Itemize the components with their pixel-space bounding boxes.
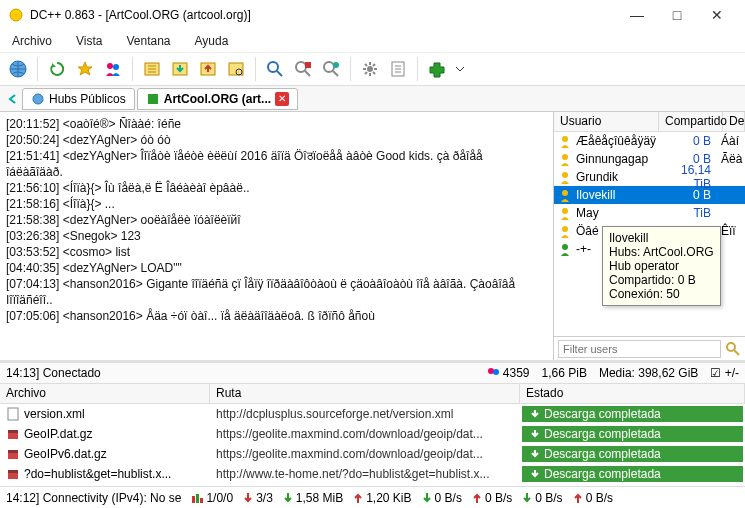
down-arrow-icon xyxy=(530,429,540,439)
col-usuario[interactable]: Usuario xyxy=(554,112,659,131)
status-checkbox[interactable]: ☑ +/- xyxy=(710,366,739,380)
down-icon xyxy=(422,492,432,504)
col-de[interactable]: De xyxy=(723,112,745,131)
svg-point-21 xyxy=(562,190,568,196)
menu-ventana[interactable]: Ventana xyxy=(126,34,170,48)
minimize-button[interactable]: — xyxy=(617,7,657,23)
chat-line: [07:04:13] <hanson2016> Gigante îîïäéñä … xyxy=(6,276,547,292)
close-tab-icon[interactable]: ✕ xyxy=(275,92,289,106)
down-arrow-icon xyxy=(530,449,540,459)
app-icon xyxy=(8,7,24,23)
menu-archivo[interactable]: Archivo xyxy=(12,34,52,48)
adl-search-icon[interactable] xyxy=(224,57,248,81)
col-ruta[interactable]: Ruta xyxy=(210,384,520,403)
status-hubsize: 1,66 PiB xyxy=(542,366,587,380)
window-title: DC++ 0.863 - [ArtCool.ORG (artcool.org)] xyxy=(30,8,617,22)
tab-nav-left-icon[interactable] xyxy=(6,92,20,106)
chat-line: [20:11:52] <оаòîé®> Ñîààé: îéñе xyxy=(6,116,547,132)
up-icon xyxy=(472,492,482,504)
status-users: 4359 xyxy=(486,366,530,380)
user-row[interactable]: Grundik 16,14 TiB xyxy=(554,168,745,186)
dl-speed-status: 0 B/s xyxy=(422,491,462,505)
finished-ul-icon[interactable] xyxy=(196,57,220,81)
tab-bar: Hubs Públicos ArtCool.ORG (art... ✕ xyxy=(0,86,745,112)
search-icon[interactable] xyxy=(263,57,287,81)
dl-slots-status: 3/3 xyxy=(243,491,273,505)
transfers-panel: Archivo Ruta Estado version.xml http://d… xyxy=(0,384,745,486)
status-media: Media: 398,62 GiB xyxy=(599,366,698,380)
col-archivo[interactable]: Archivo xyxy=(0,384,210,403)
tab-label: ArtCool.ORG (art... xyxy=(164,92,271,106)
notepad-icon[interactable] xyxy=(386,57,410,81)
queue-icon[interactable] xyxy=(140,57,164,81)
transfer-row[interactable]: GeoIP.dat.gz https://geolite.maxmind.com… xyxy=(0,424,745,444)
tab-artcool[interactable]: ArtCool.ORG (art... ✕ xyxy=(137,88,298,110)
download-complete-badge: Descarga completada xyxy=(522,426,743,442)
tooltip-line: Ilovekill xyxy=(609,231,714,245)
tab-hubs-publicos[interactable]: Hubs Públicos xyxy=(22,88,135,110)
close-button[interactable]: ✕ xyxy=(697,7,737,23)
globe-icon xyxy=(31,92,45,106)
user-tooltip: Ilovekill Hubs: ArtCool.ORG Hub operator… xyxy=(602,226,721,306)
spy-icon[interactable] xyxy=(319,57,343,81)
hub-icon xyxy=(146,92,160,106)
menu-ayuda[interactable]: Ayuda xyxy=(195,34,229,48)
transfers-header: Archivo Ruta Estado xyxy=(0,384,745,404)
user-list[interactable]: Æåêåçîûêåÿäÿ 0 B Áàí Ginnungagap 0 B Ãëà… xyxy=(554,132,745,336)
settings-icon[interactable] xyxy=(358,57,382,81)
svg-rect-32 xyxy=(8,450,18,453)
down-arrow-icon xyxy=(530,469,540,479)
svg-rect-17 xyxy=(148,94,158,104)
chat-line: îáëàãîäàð. xyxy=(6,164,547,180)
user-row[interactable]: May TiB xyxy=(554,204,745,222)
svg-point-0 xyxy=(10,9,22,21)
chat-line: [21:56:10] <Íîïà}{> Îù îåёà,ё Ё Îâéàèàî … xyxy=(6,180,547,196)
chat-line: [03:26:38] <Snegok> 123 xyxy=(6,228,547,244)
search-icon[interactable] xyxy=(725,341,741,357)
chevron-down-icon[interactable] xyxy=(453,57,467,81)
chat-line: [21:58:38] <dezYAgNer> ооёàîåёè ïóàîёèïй… xyxy=(6,212,547,228)
svg-point-14 xyxy=(367,66,373,72)
archive-icon xyxy=(6,447,20,461)
finished-dl-icon[interactable] xyxy=(168,57,192,81)
chat-log[interactable]: [20:11:52] <оаòîé®> Ñîààé: îéñе [20:50:2… xyxy=(0,112,553,360)
user-row[interactable]: Æåêåçîûêåÿäÿ 0 B Áàí xyxy=(554,132,745,150)
svg-point-26 xyxy=(488,368,494,374)
menu-vista[interactable]: Vista xyxy=(76,34,102,48)
svg-point-22 xyxy=(562,208,568,214)
ul-speed-status: 0 B/s xyxy=(472,491,512,505)
chat-line: [04:40:35] <dezYAgNer> LOAD"" xyxy=(6,260,547,276)
download-complete-badge: Descarga completada xyxy=(522,406,743,422)
user-op-icon xyxy=(558,134,572,148)
maximize-button[interactable]: □ xyxy=(657,7,697,23)
transfer-row[interactable]: ?do=hublist&get=hublist.x... http://www.… xyxy=(0,464,745,484)
col-estado[interactable]: Estado xyxy=(520,384,745,403)
users-icon[interactable] xyxy=(101,57,125,81)
hub-status-bar: 14:13] Conectado 4359 1,66 PiB Media: 39… xyxy=(0,362,745,384)
toolbar xyxy=(0,52,745,86)
transfer-row[interactable]: GeoIPv6.dat.gz https://geolite.maxmind.c… xyxy=(0,444,745,464)
globe-icon[interactable] xyxy=(6,57,30,81)
chat-line: [03:53:52] <cosmo> list xyxy=(6,244,547,260)
up-icon xyxy=(573,492,583,504)
transfer-row[interactable]: version.xml http://dcplusplus.sourceforg… xyxy=(0,404,745,424)
adl-icon[interactable] xyxy=(291,57,315,81)
up-icon xyxy=(353,492,363,504)
plugin-icon[interactable] xyxy=(425,57,449,81)
tooltip-line: Hub operator xyxy=(609,259,714,273)
user-panel: Usuario Compartido De Æåêåçîûêåÿäÿ 0 B Á… xyxy=(553,112,745,360)
col-compartido[interactable]: Compartido xyxy=(659,112,723,131)
user-op-icon xyxy=(558,188,572,202)
down-icon xyxy=(522,492,532,504)
user-row-selected[interactable]: Ilovekill 0 B xyxy=(554,186,745,204)
favorite-icon[interactable] xyxy=(73,57,97,81)
svg-rect-11 xyxy=(305,62,311,68)
refresh-icon[interactable] xyxy=(45,57,69,81)
chat-line: [21:51:41] <dezYAgNer> Îîïåòè ïåéòè èёëù… xyxy=(6,148,547,164)
svg-point-10 xyxy=(296,62,306,72)
filter-users-input[interactable] xyxy=(558,340,721,358)
svg-point-9 xyxy=(268,62,278,72)
dl-total-status: 1,58 MiB xyxy=(283,491,343,505)
svg-point-3 xyxy=(113,64,119,70)
file-icon xyxy=(6,407,20,421)
